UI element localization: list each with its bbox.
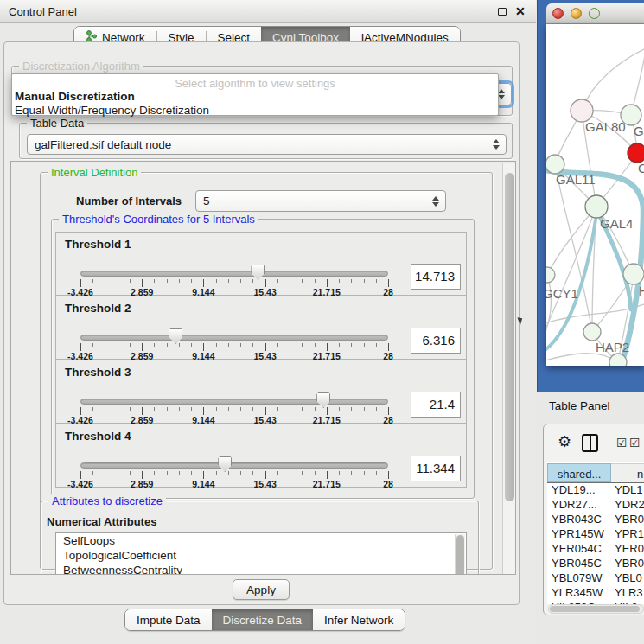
network-node-label: H [639, 284, 644, 298]
threshold-panel: Threshold 1 -3.4262.8599.14415.4321.7152… [55, 232, 467, 296]
slider-thumb[interactable] [251, 265, 265, 280]
cell-name: YER0 [615, 542, 644, 555]
cell-shared-name: YER054C [552, 542, 602, 555]
table-row[interactable]: YBR045CYBR0 [547, 557, 644, 571]
tab-label: Discretize Data [223, 614, 303, 627]
threshold-panel: Threshold 4 -3.4262.8599.14415.4321.7152… [55, 424, 467, 488]
attributes-list[interactable]: SelfLoopsTopologicalCoefficientBetweenne… [55, 532, 467, 575]
slider-thumb[interactable] [169, 328, 182, 344]
attributes-group: Attributes to discretize Numerical Attri… [41, 501, 479, 575]
attributes-list-scrollbar[interactable] [455, 534, 465, 575]
apply-button[interactable]: Apply [233, 579, 290, 600]
table-header-row: shared... n [547, 463, 644, 483]
scrollbar-thumb[interactable] [505, 173, 514, 501]
table-row[interactable]: YDL19...YDL1 [547, 483, 644, 498]
threshold-value-field[interactable]: 6.316 [411, 328, 461, 354]
close-traffic-light-icon[interactable] [552, 8, 564, 19]
group-title: Discretization Algorithm [19, 60, 143, 73]
network-node[interactable] [621, 105, 641, 125]
column-layout-icon[interactable] [582, 434, 598, 452]
slider-thumb[interactable] [218, 456, 232, 472]
table-row[interactable]: YBR043CYBR0 [547, 513, 644, 527]
threshold-value-field[interactable]: 14.713 [411, 264, 461, 290]
numerical-attributes-label: Numerical Attributes [47, 515, 156, 528]
group-title: Threshold's Coordinates for 5 Intervals [59, 213, 258, 226]
algorithm-dropdown-popup: Select algorithm to view settings Manual… [11, 73, 499, 116]
threshold-value-field[interactable]: 21.4 [411, 392, 461, 418]
table-horizontal-scrollbar[interactable] [548, 604, 644, 614]
spinner-value: 5 [196, 194, 429, 207]
spinner-stepper-icon[interactable] [429, 196, 443, 207]
float-window-icon[interactable] [498, 8, 507, 16]
thresholds-group: Threshold's Coordinates for 5 Intervals … [51, 219, 475, 499]
bottom-tab-bar: Impute Data Discretize Data Infer Networ… [124, 609, 405, 631]
attributes-list-items: SelfLoopsTopologicalCoefficientBetweenne… [56, 533, 466, 575]
cell-shared-name: YBR043C [552, 513, 602, 526]
combo-stepper-icon[interactable] [489, 139, 503, 150]
threshold-label: Threshold 3 [65, 366, 131, 379]
cell-shared-name: YPR145W [552, 527, 604, 540]
network-node-label: GAL11 [556, 172, 596, 187]
slider-track[interactable] [80, 462, 388, 469]
threshold-value-field[interactable]: 11.344 [411, 456, 461, 481]
table-row[interactable]: YLR345WYLR3 [547, 586, 644, 601]
cell-name: YDR2 [615, 498, 644, 511]
network-node[interactable] [546, 267, 555, 283]
checkbox-icon[interactable]: ☑ [616, 436, 628, 450]
control-panel-titlebar: Control Panel ✕ [0, 0, 536, 23]
tab-label: Infer Network [324, 614, 393, 627]
cell-shared-name: YLR345W [552, 586, 603, 599]
tab-discretize-data[interactable]: Discretize Data [212, 609, 314, 630]
slider-thumb[interactable] [316, 392, 330, 408]
number-of-intervals-spinner[interactable]: 5 [195, 190, 446, 212]
table-row[interactable]: YER054CYER0 [547, 542, 644, 557]
cell-name: YDL1 [615, 483, 643, 496]
table-row[interactable]: YBL079WYBL0 [547, 571, 644, 586]
attribute-item[interactable]: BetweennessCentrality [56, 563, 466, 575]
table-data-combo[interactable]: galFiltered.sif default node [27, 134, 507, 155]
network-node[interactable] [609, 354, 627, 366]
dropdown-option-manual[interactable]: Manual Discretization [15, 90, 135, 103]
dropdown-option-equal-width[interactable]: Equal Width/Frequency Discretization [15, 104, 209, 117]
network-node-label: G [634, 124, 644, 138]
network-canvas[interactable]: GAL80GCGAL11GAL4GCY1HHAP2 [546, 24, 644, 366]
network-graph: GAL80GCGAL11GAL4GCY1HHAP2 [546, 24, 644, 366]
slider-track[interactable] [80, 271, 388, 277]
scrollbar-thumb[interactable] [550, 606, 640, 612]
tab-infer-network[interactable]: Infer Network [313, 609, 405, 630]
attribute-item[interactable]: SelfLoops [56, 533, 466, 548]
checkbox-icon[interactable]: ☑ [629, 436, 641, 450]
network-node[interactable] [628, 143, 644, 163]
table-rows: YDL19...YDL1YDR27...YDR2YBR043CYBR0YPR14… [547, 483, 644, 604]
network-node-label: C [638, 161, 644, 175]
table-row[interactable]: YDR27...YDR2 [547, 498, 644, 513]
slider-tick-labels: -3.4262.8599.14415.4321.71528 [56, 479, 466, 489]
settings-vertical-scrollbar[interactable] [502, 163, 516, 575]
threshold-label: Threshold 2 [65, 302, 131, 315]
gear-icon[interactable]: ⚙ [558, 432, 571, 451]
network-node[interactable] [583, 323, 601, 341]
network-window-titlebar [546, 3, 644, 24]
minimize-traffic-light-icon[interactable] [571, 8, 582, 19]
group-title: Table Data [27, 117, 87, 130]
column-header-name[interactable]: n [611, 463, 644, 482]
slider-track[interactable] [80, 399, 388, 405]
close-icon[interactable]: ✕ [515, 4, 526, 18]
network-node-label: HAP2 [596, 340, 629, 354]
threshold-panel: Threshold 3 -3.4262.8599.14415.4321.7152… [55, 360, 467, 424]
group-title: Attributes to discretize [48, 494, 166, 507]
table-panel-title: Table Panel [549, 399, 610, 412]
column-header-shared-name[interactable]: shared... [547, 463, 611, 482]
attribute-item[interactable]: TopologicalCoefficient [56, 548, 466, 563]
slider-track[interactable] [80, 335, 388, 341]
tab-impute-data[interactable]: Impute Data [125, 609, 212, 630]
node-table: shared... n YDL19...YDL1YDR27...YDR2YBR0… [547, 462, 644, 604]
scrollbar-thumb[interactable] [456, 535, 464, 575]
cell-shared-name: YBR045C [552, 557, 602, 570]
zoom-traffic-light-icon[interactable] [589, 8, 600, 19]
table-row[interactable]: YPR145WYPR1 [547, 527, 644, 542]
settings-scroll-viewport: Interval Definition Number of Intervals … [10, 161, 516, 575]
network-node[interactable] [623, 264, 644, 284]
network-node[interactable] [546, 155, 564, 174]
network-node[interactable] [585, 195, 608, 218]
